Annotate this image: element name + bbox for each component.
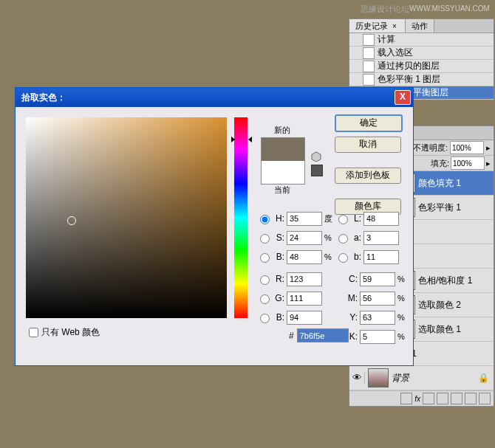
- bv-input[interactable]: [287, 250, 322, 264]
- y-label: Y:: [346, 312, 358, 323]
- current-label: 当前: [261, 185, 304, 196]
- bv-label: B:: [271, 252, 284, 262]
- bb-label: b:: [349, 252, 361, 262]
- color-picker-dialog: 拾取实色： X 新的 当前 确定 取消 添加到色板 颜色库 H:度: [15, 87, 414, 366]
- a-radio[interactable]: [338, 234, 348, 244]
- new-label: 新的: [261, 125, 304, 136]
- r-label: R:: [271, 274, 284, 284]
- cancel-button[interactable]: 取消: [335, 137, 401, 153]
- g-input[interactable]: [287, 292, 322, 306]
- c-label: C:: [346, 274, 358, 284]
- bb-radio[interactable]: [338, 253, 348, 263]
- history-step-icon: [363, 74, 375, 86]
- history-step-icon: [363, 34, 375, 46]
- websafe-icon[interactable]: [311, 165, 323, 176]
- history-item[interactable]: 计算: [349, 33, 494, 46]
- s-radio[interactable]: [260, 234, 270, 244]
- layers-bottom-toolbar: fx: [349, 390, 494, 406]
- hue-pointer-icon: [231, 137, 235, 142]
- history-tabs: 历史记录 × 动作: [349, 19, 494, 33]
- fill-input[interactable]: [451, 156, 485, 170]
- watermark-url: WWW.MISSYUAN.COM: [409, 4, 490, 13]
- history-item[interactable]: 色彩平衡 1 图层: [349, 73, 494, 86]
- b-radio[interactable]: [260, 314, 270, 323]
- hue-slider[interactable]: [234, 117, 248, 318]
- lock-icon: 🔒: [478, 373, 489, 383]
- history-step-icon: [363, 47, 375, 59]
- y-input[interactable]: [360, 311, 395, 325]
- chevron-right-icon[interactable]: ▸: [486, 143, 491, 153]
- fx-icon[interactable]: fx: [414, 395, 420, 403]
- web-only-row: 只有 Web 颜色: [26, 325, 100, 340]
- add-swatch-button[interactable]: 添加到色板: [335, 168, 401, 184]
- hue-pointer-icon: [248, 137, 252, 142]
- web-only-checkbox[interactable]: [29, 328, 38, 337]
- bv-radio[interactable]: [260, 253, 270, 263]
- fill-label: 填充:: [431, 158, 449, 169]
- titlebar[interactable]: 拾取实色： X: [16, 88, 413, 107]
- bb-input[interactable]: [363, 250, 399, 264]
- b-label: B:: [271, 312, 284, 323]
- hsb-rgb-inputs: H:度 S:% B:% R: G: B:: [256, 209, 336, 327]
- s-input[interactable]: [287, 231, 322, 245]
- l-label: L:: [349, 213, 361, 224]
- a-input[interactable]: [363, 231, 399, 245]
- l-input[interactable]: [363, 212, 399, 226]
- r-radio[interactable]: [260, 275, 270, 285]
- h-input[interactable]: [287, 212, 322, 226]
- opacity-label: 不透明度:: [413, 142, 448, 154]
- dialog-buttons: 确定 取消 添加到色板 颜色库: [335, 114, 403, 215]
- a-label: a:: [349, 232, 361, 243]
- m-input[interactable]: [360, 292, 395, 306]
- new-layer-icon[interactable]: [465, 393, 477, 404]
- history-item[interactable]: 通过拷贝的图层: [349, 60, 494, 73]
- hex-row: #: [289, 328, 349, 342]
- web-only-label: 只有 Web 颜色: [41, 326, 100, 339]
- h-radio[interactable]: [260, 215, 270, 224]
- lab-cmyk-inputs: L: a: b: C:% M:% Y:% K:%: [335, 209, 409, 346]
- watermark-text: 思缘设计论坛: [361, 4, 409, 15]
- m-label: M:: [346, 293, 358, 303]
- trash-icon[interactable]: [479, 393, 491, 404]
- c-input[interactable]: [360, 272, 395, 286]
- dialog-title: 拾取实色：: [21, 92, 66, 104]
- svg-marker-0: [312, 152, 321, 162]
- mask-icon[interactable]: [423, 393, 434, 404]
- current-color-swatch[interactable]: [262, 161, 304, 184]
- color-cursor[interactable]: [67, 216, 76, 225]
- hex-input[interactable]: [297, 328, 349, 342]
- eye-icon[interactable]: 👁: [349, 372, 365, 384]
- tab-history[interactable]: 历史记录 ×: [349, 19, 406, 32]
- color-preview: 新的 当前: [261, 125, 304, 197]
- link-icon[interactable]: [400, 393, 412, 404]
- history-item[interactable]: 载入选区: [349, 46, 494, 60]
- tab-actions[interactable]: 动作: [406, 19, 434, 32]
- preview-box: [261, 137, 305, 185]
- layer-thumb: [368, 368, 389, 387]
- b-input[interactable]: [287, 311, 322, 325]
- color-gradient-field[interactable]: [26, 117, 227, 318]
- k-input[interactable]: [360, 330, 395, 344]
- cube-icon: [311, 151, 321, 162]
- close-button[interactable]: X: [395, 90, 411, 105]
- history-step-icon: [363, 61, 375, 72]
- chevron-right-icon[interactable]: ▸: [486, 159, 491, 168]
- ok-button[interactable]: 确定: [335, 114, 403, 132]
- folder-icon[interactable]: [451, 393, 462, 404]
- s-label: S:: [271, 232, 284, 243]
- layer-row[interactable]: 👁背景🔒: [349, 366, 494, 390]
- l-radio[interactable]: [338, 215, 348, 224]
- hex-label: #: [289, 331, 294, 341]
- opacity-input[interactable]: [450, 141, 484, 154]
- adjustment-icon[interactable]: [437, 393, 448, 404]
- new-color-swatch: [262, 138, 304, 161]
- g-label: G:: [271, 293, 284, 303]
- close-icon[interactable]: ×: [390, 22, 399, 30]
- g-radio[interactable]: [260, 294, 270, 304]
- h-label: H:: [271, 213, 284, 224]
- r-input[interactable]: [287, 272, 322, 286]
